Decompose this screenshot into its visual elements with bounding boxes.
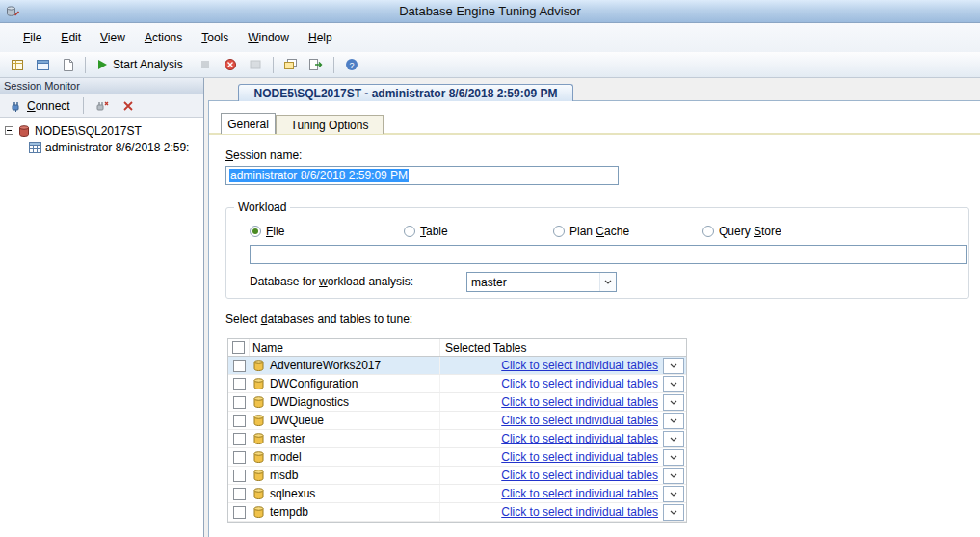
row-checkbox[interactable] [233,396,246,409]
tables-dropdown[interactable] [663,486,684,502]
db-name: tempdb [270,505,308,519]
row-checkbox[interactable] [233,488,246,500]
menu-file[interactable]: File [13,26,51,49]
database-icon [252,469,265,482]
database-icon [252,505,265,519]
row-checkbox[interactable] [233,451,246,464]
session-name-input[interactable]: administrator 8/6/2018 2:59:09 PM [225,166,619,185]
menu-window[interactable]: Window [238,26,299,49]
column-header-name[interactable]: Name [250,339,440,356]
table-row[interactable]: DWConfiguration Click to select individu… [228,375,686,393]
table-row[interactable]: master Click to select individual tables [228,430,686,448]
disconnect-icon[interactable] [91,95,114,117]
radio-icon [404,226,415,237]
db-name: DWConfiguration [270,377,358,390]
db-name: AdventureWorks2017 [270,359,381,372]
delete-session-icon[interactable] [117,95,140,117]
table-row[interactable]: msdb Click to select individual tables [228,467,686,485]
titlebar[interactable]: Database Engine Tuning Advisor [0,0,980,23]
table-row[interactable]: AdventureWorks2017 Click to select indiv… [228,357,686,375]
select-tables-link[interactable]: Click to select individual tables [501,359,658,372]
row-checkbox[interactable] [233,378,246,390]
session-name-label: Session name: [225,148,302,162]
tab-tuning-options[interactable]: Tuning Options [276,115,384,134]
start-analysis-button[interactable]: Start Analysis [92,54,192,75]
tree-node-session[interactable]: administrator 8/6/2018 2:59: [0,139,203,155]
menu-help[interactable]: Help [299,26,342,49]
connect-button[interactable]: Connect [4,96,76,116]
tables-dropdown[interactable] [663,449,684,466]
select-tables-link[interactable]: Click to select individual tables [501,414,658,427]
select-tables-link[interactable]: Click to select individual tables [501,377,658,390]
menu-tools[interactable]: Tools [192,26,238,49]
select-tables-link[interactable]: Click to select individual tables [501,450,658,464]
session-document-tab[interactable]: NODE5\SQL2017ST - administrator 8/6/2018… [238,84,573,101]
app-window: Database Engine Tuning Advisor File Edit… [0,0,980,537]
tables-dropdown[interactable] [663,468,684,484]
select-tables-link[interactable]: Click to select individual tables [501,432,658,445]
column-header-selected-tables[interactable]: Selected Tables [440,339,686,356]
stop-analysis-icon[interactable] [194,54,217,75]
session-icon [29,142,41,153]
new-session-icon[interactable] [6,54,29,75]
stop-icon[interactable] [219,54,242,75]
row-checkbox[interactable] [233,506,246,519]
select-tables-link[interactable]: Click to select individual tables [501,395,658,409]
apply-recommendations-icon[interactable] [244,54,267,75]
tab-general[interactable]: General [221,113,276,134]
table-row[interactable]: DWDiagnostics Click to select individual… [228,393,686,412]
open-session-icon[interactable] [31,54,54,75]
cascade-windows-icon[interactable] [279,54,303,75]
select-all-checkbox[interactable] [232,341,245,354]
row-checkbox[interactable] [233,360,246,372]
server-icon [17,124,31,138]
tree-node-server[interactable]: NODE5\SQL2017ST [0,122,203,139]
tables-dropdown[interactable] [663,358,684,374]
tables-dropdown[interactable] [663,504,684,521]
table-header: Name Selected Tables [228,339,686,357]
tables-dropdown[interactable] [663,413,684,429]
menu-edit[interactable]: Edit [51,26,91,49]
row-checkbox[interactable] [233,415,246,427]
import-workload-icon[interactable] [56,54,79,75]
radio-table-label: Table [420,225,448,238]
radio-plan-cache-label: Plan Cache [569,225,629,238]
connect-icon [10,99,23,113]
radio-icon [702,226,714,237]
expander-icon[interactable] [5,126,13,135]
tables-dropdown[interactable] [663,431,684,447]
session-document-panel: General Tuning Options Session name: adm… [208,100,980,537]
workload-database-label: Database for workload analysis: [250,275,413,288]
row-checkbox[interactable] [233,470,246,482]
menu-bar: File Edit View Actions Tools Window Help [0,23,980,52]
db-name: master [270,432,305,445]
row-checkbox[interactable] [233,433,246,445]
table-row[interactable]: sqlnexus Click to select individual tabl… [228,485,686,503]
start-analysis-icon [98,60,107,69]
table-row[interactable]: DWQueue Click to select individual table… [228,412,686,430]
radio-query-store[interactable]: Query Store [702,225,781,238]
workload-database-dropdown[interactable]: master [466,272,617,292]
tables-dropdown[interactable] [663,394,684,411]
radio-file[interactable]: File [250,225,284,238]
session-monitor-panel: Session Monitor Connect [0,78,204,537]
select-tables-link[interactable]: Click to select individual tables [501,487,658,500]
database-icon [252,432,265,445]
select-tables-link[interactable]: Click to select individual tables [501,469,658,482]
table-row[interactable]: model Click to select individual tables [228,448,686,467]
connect-label: Connect [27,99,70,113]
main-area: NODE5\SQL2017ST - administrator 8/6/2018… [205,78,980,537]
select-tables-label: Select databases and tables to tune: [225,312,412,326]
radio-plan-cache[interactable]: Plan Cache [553,225,629,238]
menu-actions[interactable]: Actions [135,26,192,49]
menu-view[interactable]: View [91,26,135,49]
db-name: DWQueue [270,414,324,427]
tables-dropdown[interactable] [663,376,684,392]
export-icon[interactable] [305,54,328,75]
radio-icon [250,226,261,237]
table-row[interactable]: tempdb Click to select individual tables [228,503,686,522]
workload-file-input[interactable] [250,245,967,264]
select-tables-link[interactable]: Click to select individual tables [501,505,658,519]
radio-table[interactable]: Table [404,225,448,238]
help-icon[interactable]: ? [340,54,363,75]
